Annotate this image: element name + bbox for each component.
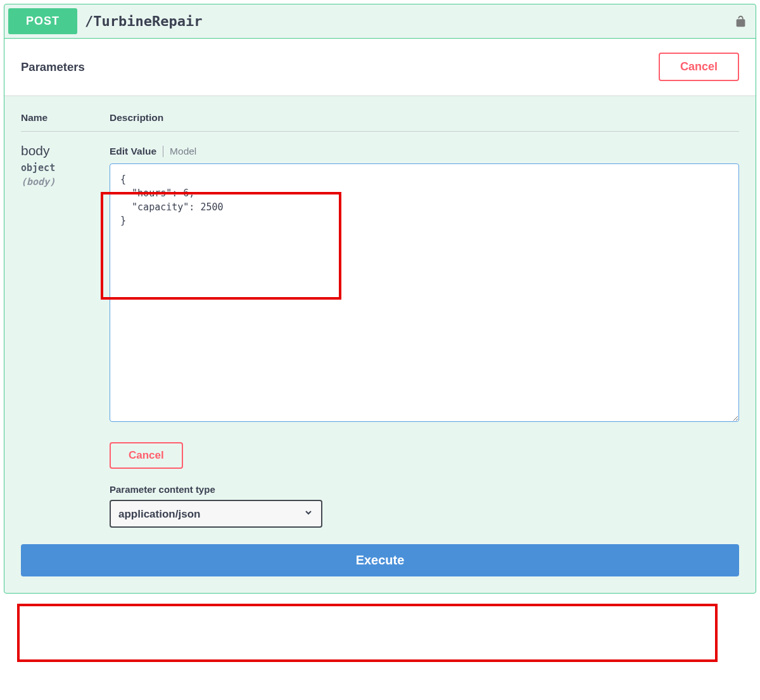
- operation-path: /TurbineRepair: [85, 13, 202, 29]
- parameter-row: body object (body) Edit Value Model Canc…: [21, 132, 739, 528]
- cancel-button[interactable]: Cancel: [659, 53, 739, 81]
- http-method-badge: POST: [8, 8, 77, 34]
- tab-separator: [163, 146, 163, 157]
- operation-block: POST /TurbineRepair Parameters Cancel Na…: [4, 4, 756, 594]
- content-type-block: Parameter content type application/json: [110, 484, 739, 528]
- annotation-execute: [17, 604, 718, 662]
- execute-button[interactable]: Execute: [21, 544, 739, 576]
- tab-edit-value[interactable]: Edit Value: [110, 146, 156, 157]
- column-header-description: Description: [110, 112, 739, 124]
- cancel-body-button[interactable]: Cancel: [110, 442, 183, 469]
- parameter-name: body: [21, 143, 110, 158]
- parameter-description-cell: Edit Value Model Cancel Parameter conten…: [110, 143, 739, 528]
- operation-summary-bar[interactable]: POST /TurbineRepair: [4, 4, 756, 39]
- parameter-location: (body): [21, 176, 110, 188]
- body-json-input[interactable]: [110, 163, 739, 422]
- content-type-label: Parameter content type: [110, 484, 739, 495]
- execute-wrapper: Execute: [4, 528, 756, 593]
- parameter-type: object: [21, 162, 110, 174]
- parameters-section-header: Parameters Cancel: [4, 39, 756, 96]
- parameters-container: Name Description body object (body) Edit…: [4, 96, 756, 528]
- tab-model[interactable]: Model: [170, 146, 196, 157]
- unlock-icon[interactable]: [734, 15, 748, 29]
- value-model-tabs: Edit Value Model: [110, 146, 739, 157]
- parameters-heading: Parameters: [21, 60, 85, 74]
- parameters-column-headers: Name Description: [21, 96, 739, 132]
- column-header-name: Name: [21, 112, 110, 124]
- content-type-select[interactable]: application/json: [110, 500, 322, 528]
- parameter-name-cell: body object (body): [21, 143, 110, 528]
